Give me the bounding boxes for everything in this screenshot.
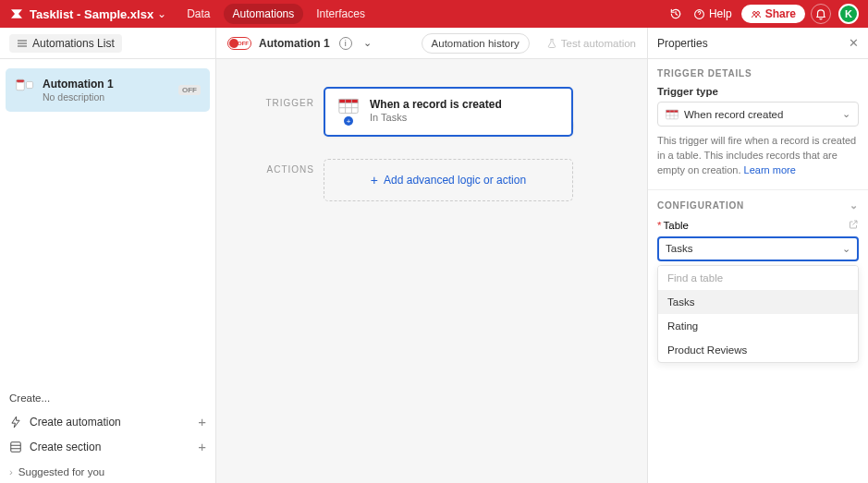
add-action-label: Add advanced logic or action (384, 174, 526, 187)
chevron-down-icon: ⌄ (842, 243, 850, 255)
plus-badge-icon: + (344, 116, 353, 126)
trigger-type-select[interactable]: When record created ⌄ (657, 102, 859, 127)
automation-card-desc: No description (43, 91, 171, 103)
trigger-subtitle: In Tasks (370, 112, 502, 123)
help-button[interactable]: Help (693, 7, 732, 20)
automation-card[interactable]: Automation 1 No description OFF (6, 68, 210, 112)
toggle-label: OFF (238, 41, 249, 46)
table-icon (666, 109, 679, 120)
automation-name-caret-icon[interactable]: ⌄ (363, 37, 372, 49)
actions-section-label: ACTIONS (250, 153, 324, 175)
notifications-icon[interactable] (811, 4, 831, 24)
create-section-button[interactable]: Create section + (9, 434, 206, 459)
history-icon[interactable] (666, 4, 686, 24)
table-select-value: Tasks (666, 243, 692, 254)
title-dropdown-caret-icon[interactable]: ⌄ (157, 7, 166, 20)
share-button[interactable]: Share (741, 5, 805, 23)
automation-history-button[interactable]: Automation history (422, 33, 530, 54)
create-section-label: Create section (30, 441, 101, 453)
create-header: Create... (9, 392, 206, 404)
automation-name[interactable]: Automation 1 (259, 37, 330, 50)
svg-rect-19 (666, 110, 679, 113)
trigger-help-text: This trigger will fire when a record is … (657, 134, 859, 178)
table-option[interactable]: Tasks (658, 290, 858, 314)
svg-point-2 (756, 12, 759, 15)
tab-data[interactable]: Data (177, 4, 219, 24)
table-search-input[interactable] (658, 266, 858, 290)
chevron-down-icon: ⌄ (842, 108, 850, 120)
flask-icon (546, 38, 557, 49)
bolt-icon (9, 416, 22, 429)
trigger-step-card[interactable]: + When a record is created In Tasks (324, 87, 573, 137)
automation-card-name: Automation 1 (43, 78, 171, 91)
table-option[interactable]: Rating (658, 314, 858, 338)
close-properties-icon[interactable]: ✕ (849, 36, 859, 50)
plus-icon: + (198, 414, 206, 429)
automation-card-icon (15, 78, 35, 91)
automation-card-status-badge: OFF (178, 85, 201, 95)
trigger-section-label: TRIGGER (250, 87, 324, 108)
automations-list-button[interactable]: Automations List (9, 34, 122, 53)
configuration-label: CONFIGURATION (657, 200, 744, 211)
properties-panel: Properties ✕ TRIGGER DETAILS Trigger typ… (648, 28, 868, 483)
svg-rect-7 (17, 79, 25, 82)
configuration-header[interactable]: CONFIGURATION ⌄ (657, 199, 859, 211)
center-canvas: OFF Automation 1 i ⌄ Automation history … (216, 28, 648, 483)
help-label: Help (709, 7, 732, 20)
trigger-type-value: When record created (684, 109, 783, 120)
test-automation-button: Test automation (546, 38, 636, 49)
table-dropdown: Tasks Rating Product Reviews (657, 265, 859, 363)
chevron-right-icon: › (9, 466, 13, 477)
table-icon (338, 98, 359, 115)
suggested-label: Suggested for you (18, 466, 104, 477)
workspace-title[interactable]: Tasklist - Sample.xlsx (30, 7, 153, 21)
app-logo-icon (9, 6, 24, 21)
svg-rect-14 (339, 99, 358, 103)
table-option[interactable]: Product Reviews (658, 338, 858, 362)
automation-enable-toggle[interactable]: OFF (227, 37, 251, 50)
chevron-down-icon: ⌄ (850, 199, 859, 211)
tab-interfaces[interactable]: Interfaces (307, 4, 374, 24)
plus-icon: + (371, 173, 378, 187)
automations-list-label: Automations List (32, 37, 115, 50)
svg-point-1 (752, 12, 755, 15)
suggested-for-you-button[interactable]: › Suggested for you (9, 459, 206, 477)
trigger-title: When a record is created (370, 98, 502, 111)
info-icon[interactable]: i (339, 37, 352, 50)
left-panel: Automations List Automation 1 No descrip… (0, 28, 216, 483)
user-avatar[interactable]: K (838, 4, 859, 24)
top-bar: Tasklist - Sample.xlsx ⌄ Data Automation… (0, 0, 868, 28)
open-external-icon[interactable] (848, 219, 859, 232)
section-icon (9, 441, 22, 453)
test-automation-label: Test automation (561, 38, 636, 49)
trigger-details-header: TRIGGER DETAILS (657, 68, 859, 78)
create-automation-label: Create automation (30, 416, 121, 429)
svg-rect-8 (26, 81, 32, 88)
table-select[interactable]: Tasks ⌄ (657, 236, 859, 261)
add-action-button[interactable]: + Add advanced logic or action (324, 159, 573, 201)
table-field-label: Table (663, 220, 689, 231)
svg-rect-9 (11, 441, 21, 452)
trigger-type-label: Trigger type (657, 86, 859, 97)
tab-automations[interactable]: Automations (224, 4, 304, 24)
plus-icon: + (198, 439, 206, 454)
properties-title: Properties (657, 37, 708, 50)
create-automation-button[interactable]: Create automation + (9, 409, 206, 434)
learn-more-link[interactable]: Learn more (744, 164, 796, 175)
share-label: Share (765, 7, 796, 20)
